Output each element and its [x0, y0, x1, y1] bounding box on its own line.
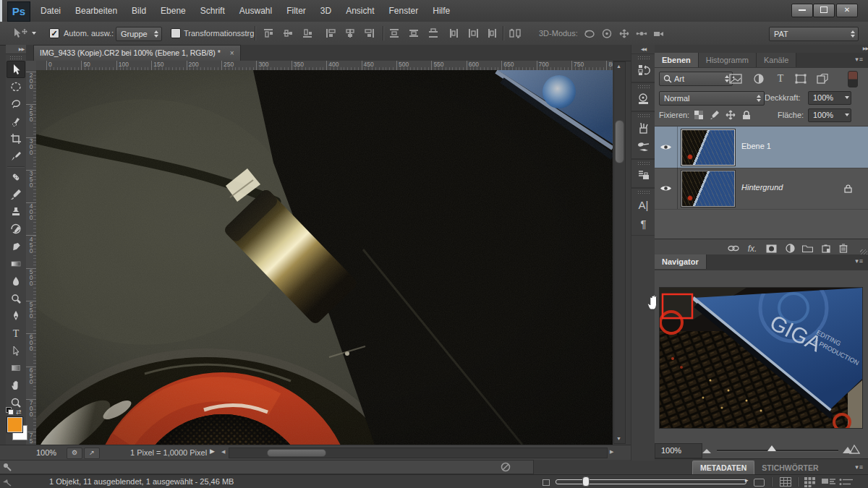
thumbnail-larger-icon[interactable] [754, 479, 765, 487]
panel-menu-icon[interactable]: ▾≡ [855, 257, 864, 265]
3d-camera-icon[interactable] [652, 28, 665, 39]
scroll-up-icon[interactable]: ▲ [614, 62, 624, 71]
panel-gripper[interactable] [637, 190, 650, 194]
3d-slide-icon[interactable] [635, 28, 648, 39]
distribute-bottom-edges-icon[interactable] [427, 28, 440, 38]
foreground-color-swatch[interactable] [7, 417, 22, 432]
menu-bearbeiten[interactable]: Bearbeiten [68, 0, 124, 22]
ruler-origin-box[interactable] [26, 61, 37, 71]
align-vertical-centers-icon[interactable] [282, 28, 294, 38]
new-layer-icon[interactable] [818, 242, 834, 254]
toolbar-gripper[interactable] [9, 56, 22, 59]
tab-stichwrter[interactable]: STICHWÖRTER [754, 461, 825, 475]
horizontal-scroll-thumb[interactable] [267, 449, 326, 457]
align-bottom-edges-icon[interactable] [302, 28, 314, 38]
shape-tool[interactable] [7, 359, 25, 377]
delete-layer-icon[interactable] [835, 242, 851, 254]
scroll-left-icon[interactable]: ◀ [221, 449, 225, 455]
menu-ebene[interactable]: Ebene [153, 0, 193, 22]
tab-kanle[interactable]: Kanäle [757, 53, 796, 67]
tab-navigator[interactable]: Navigator [655, 254, 707, 269]
vertical-scroll-thumb[interactable] [615, 120, 624, 163]
opacity-value-dropdown[interactable]: 100% [808, 91, 851, 105]
panel-gripper[interactable] [637, 85, 650, 88]
menu-auswahl[interactable]: Auswahl [232, 0, 279, 22]
layer-comps-panel-icon[interactable] [635, 166, 652, 185]
brush-presets-panel-icon[interactable] [635, 137, 652, 156]
brush-panel-icon[interactable] [635, 119, 652, 137]
zoom-in-mountain-icon[interactable] [841, 444, 860, 454]
list-view-icon[interactable] [839, 478, 854, 487]
eyedropper-tool[interactable] [7, 147, 25, 165]
link-layers-icon[interactable] [726, 242, 741, 254]
align-top-edges-icon[interactable] [263, 28, 275, 38]
menu-fenster[interactable]: Fenster [382, 0, 426, 22]
layer-row-ebene1[interactable]: Ebene 1 [655, 127, 868, 168]
3d-pan-icon[interactable] [618, 28, 631, 39]
path-selection-tool[interactable] [7, 342, 25, 359]
dock-collapse-arrows[interactable]: ▶▶ [655, 45, 868, 53]
layer-filter-dropdown[interactable]: Art [659, 72, 733, 86]
scroll-right-icon[interactable]: ▶ [610, 449, 613, 455]
tab-metadaten[interactable]: METADATEN [692, 461, 754, 475]
toolbar-collapse-arrows[interactable]: ▶▶ [6, 45, 26, 54]
auto-align-layers-icon[interactable] [509, 28, 523, 38]
filter-type-layers-icon[interactable]: T [772, 72, 789, 85]
share-icon[interactable]: ↗ [84, 448, 100, 459]
default-colors-icon[interactable] [6, 407, 12, 414]
paragraph-panel-icon[interactable]: ¶ [635, 214, 652, 233]
filter-smart-objects-icon[interactable] [814, 72, 831, 85]
adjustment-layer-icon[interactable] [782, 242, 798, 254]
tab-close-icon[interactable]: × [230, 49, 234, 57]
tab-histogramm[interactable]: Histogramm [699, 53, 757, 67]
character-panel-icon[interactable]: A| [635, 195, 652, 214]
group-select-dropdown[interactable]: Gruppe [116, 27, 162, 41]
swap-colors-icon[interactable]: ⇄ [16, 408, 22, 416]
canvas[interactable] [36, 70, 613, 445]
fill-value-dropdown[interactable]: 100% [808, 108, 851, 122]
quick-selection-tool[interactable] [7, 113, 25, 130]
layer-mask-icon[interactable] [763, 242, 779, 254]
menu-ansicht[interactable]: Ansicht [339, 0, 381, 22]
layer-filter-toggle[interactable] [848, 71, 858, 87]
dodge-tool[interactable] [7, 290, 25, 307]
marquee-tool[interactable] [7, 78, 25, 95]
align-horizontal-centers-icon[interactable] [344, 28, 357, 38]
navigator-zoom-slider[interactable] [717, 450, 838, 451]
tab-ebenen[interactable]: Ebenen [655, 53, 699, 67]
layer-style-icon[interactable]: fx. [744, 242, 760, 254]
strip-collapse-arrows[interactable]: ◀◀ [631, 45, 655, 54]
thumbnails-view-icon[interactable] [804, 477, 815, 487]
thumbnail-smaller-icon[interactable] [542, 479, 550, 486]
panel-gripper[interactable] [637, 114, 650, 117]
document-tab[interactable]: IMG_9433 (Kopie).CR2 bei 100% (Ebene 1, … [33, 45, 241, 61]
gradient-tool[interactable] [7, 255, 25, 273]
healing-brush-tool[interactable] [7, 168, 25, 186]
blur-tool[interactable] [7, 273, 25, 290]
mini-bridge-panel-icon[interactable] [635, 90, 652, 108]
layer-thumbnail[interactable] [681, 129, 735, 166]
navigator-zoom-thumb[interactable] [767, 445, 776, 451]
eraser-tool[interactable] [7, 238, 25, 255]
menu-3d[interactable]: 3D [313, 0, 339, 22]
menu-schrift[interactable]: Schrift [193, 0, 232, 22]
distribute-left-edges-icon[interactable] [448, 28, 460, 38]
new-group-icon[interactable] [799, 242, 815, 254]
filter-pixel-layers-icon[interactable] [727, 72, 744, 85]
maximize-button[interactable] [813, 4, 835, 17]
brush-tool[interactable] [7, 186, 25, 203]
grid-view-icon[interactable] [780, 477, 791, 487]
visibility-cell[interactable] [655, 168, 678, 209]
panel-menu-icon[interactable]: ▾≡ [855, 463, 864, 471]
lock-all-icon[interactable] [740, 109, 753, 121]
3d-roll-icon[interactable] [600, 28, 613, 39]
pixel-info[interactable]: 1 Pixel = 1,0000 Pixel [130, 448, 207, 457]
details-view-icon[interactable] [822, 478, 836, 487]
lock-transparency-icon[interactable] [692, 109, 705, 121]
cancel-icon[interactable] [501, 462, 511, 472]
align-left-edges-icon[interactable] [325, 28, 337, 38]
crop-tool[interactable] [7, 130, 25, 147]
align-right-edges-icon[interactable] [364, 28, 376, 38]
layer-row-hintergrund[interactable]: Hintergrund [655, 168, 868, 210]
pin-icon[interactable] [3, 463, 12, 471]
